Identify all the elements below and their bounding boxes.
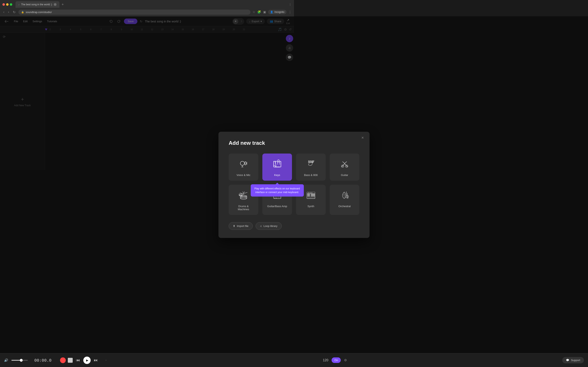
keys-label: Keys [274, 174, 280, 176]
close-window-button[interactable] [2, 3, 5, 6]
forward-button[interactable]: › [7, 9, 10, 15]
keys-icon [271, 158, 284, 171]
tab-close-button[interactable]: × [54, 3, 57, 6]
active-tab[interactable]: ♪ The best song in the world :) × [16, 1, 60, 8]
minimize-window-button[interactable] [6, 3, 9, 6]
tab-title: The best song in the world :) [21, 3, 52, 6]
browser-actions: ☆ 🧩 ▣ 👤 Incognito ⋮ [252, 10, 292, 14]
sidebar-toggle-icon[interactable]: ▣ [263, 10, 266, 14]
profile-label: Incognito [274, 11, 285, 13]
bookmark-icon[interactable]: ☆ [252, 10, 255, 14]
address-bar: ‹ › ↻ 🔒 soundtrap.com/studio/ ☆ 🧩 ▣ 👤 In… [0, 8, 294, 16]
add-track-modal: × Add new track Voice & Mic [218, 132, 294, 184]
svg-point-0 [240, 161, 244, 165]
window-controls: ⋮ [289, 3, 292, 6]
voice-mic-label: Voice & Mic [237, 174, 251, 176]
tab-bar: ♪ The best song in the world :) × + ⋮ [0, 0, 294, 8]
profile-avatar-icon: 👤 [270, 11, 273, 13]
url-text: soundtrap.com/studio/ [26, 11, 52, 14]
lock-icon: 🔒 [21, 11, 24, 13]
voice-mic-card[interactable]: Voice & Mic [229, 154, 258, 181]
modal-title: Add new track [229, 140, 294, 146]
new-tab-button[interactable]: + [60, 2, 65, 7]
reload-button[interactable]: ↻ [12, 9, 16, 15]
svg-point-8 [278, 160, 279, 161]
traffic-lights [2, 3, 12, 6]
voice-mic-icon [237, 158, 250, 171]
keys-card[interactable]: Keys Play with different effects on our … [262, 154, 292, 181]
extensions-icon[interactable]: 🧩 [257, 10, 261, 14]
profile-button[interactable]: 👤 Incognito [268, 10, 286, 14]
url-bar[interactable]: 🔒 soundtrap.com/studio/ [18, 9, 251, 15]
menu-icon[interactable]: ⋮ [288, 10, 292, 14]
modal-overlay: × Add new track Voice & Mic [0, 16, 294, 184]
browser-chrome: ♪ The best song in the world :) × + ⋮ ‹ … [0, 0, 294, 17]
maximize-window-button[interactable] [10, 3, 12, 6]
back-button[interactable]: ‹ [2, 9, 5, 15]
track-type-grid: Voice & Mic [229, 154, 294, 184]
